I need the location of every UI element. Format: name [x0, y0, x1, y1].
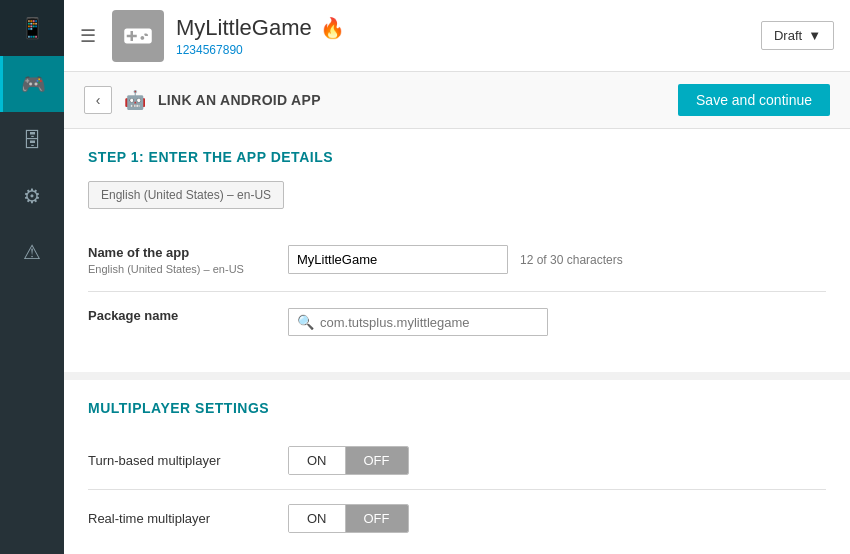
link-bar: ‹ 🤖 LINK AN ANDROID APP Save and continu…	[64, 72, 850, 129]
game-title: MyLittleGame	[176, 15, 312, 41]
draft-label: Draft	[774, 28, 802, 43]
package-name-input[interactable]	[320, 315, 539, 330]
form-area: STEP 1: ENTER THE APP DETAILS English (U…	[64, 129, 850, 372]
sidebar-item-games[interactable]: 🎮	[0, 56, 64, 112]
realtime-off-button[interactable]: OFF	[346, 505, 408, 532]
sidebar-item-android[interactable]: 📱	[0, 0, 64, 56]
search-icon: 🔍	[297, 314, 314, 330]
realtime-on-button[interactable]: ON	[289, 505, 346, 532]
menu-icon[interactable]: ☰	[80, 25, 96, 47]
lang-code: – en-US	[227, 188, 271, 202]
turn-based-label: Turn-based multiplayer	[88, 453, 288, 468]
lang-label: English (United States)	[101, 188, 224, 202]
turn-based-toggle: ON OFF	[288, 446, 409, 475]
app-name-input[interactable]	[288, 245, 508, 274]
games-nav-icon: 🎮	[21, 72, 46, 96]
sidebar-item-alert[interactable]: ⚠	[0, 224, 64, 280]
package-name-control: 🔍	[288, 308, 826, 336]
android-icon: 🤖	[124, 89, 146, 111]
content-area: ‹ 🤖 LINK AN ANDROID APP Save and continu…	[64, 72, 850, 554]
language-button[interactable]: English (United States) – en-US	[88, 181, 284, 209]
realtime-label: Real-time multiplayer	[88, 511, 288, 526]
database-nav-icon: 🗄	[22, 129, 42, 152]
draft-arrow: ▼	[808, 28, 821, 43]
multiplayer-title: MULTIPLAYER SETTINGS	[88, 400, 826, 416]
package-name-row: Package name 🔍	[88, 292, 826, 352]
realtime-row: Real-time multiplayer ON OFF	[88, 490, 826, 547]
game-title-row: MyLittleGame 🔥	[176, 15, 761, 41]
app-name-label-group: Name of the app English (United States) …	[88, 245, 288, 275]
save-continue-button[interactable]: Save and continue	[678, 84, 830, 116]
android-nav-icon: 📱	[20, 16, 45, 40]
link-title: LINK AN ANDROID APP	[158, 92, 666, 108]
sidebar: 📱 🎮 🗄 ⚙ ⚠	[0, 0, 64, 554]
sidebar-item-settings[interactable]: ⚙	[0, 168, 64, 224]
package-name-label-group: Package name	[88, 308, 288, 323]
app-name-row: Name of the app English (United States) …	[88, 229, 826, 292]
turn-based-row: Turn-based multiplayer ON OFF	[88, 432, 826, 490]
alert-nav-icon: ⚠	[23, 240, 41, 264]
step-title: STEP 1: ENTER THE APP DETAILS	[88, 149, 826, 165]
turn-based-off-button[interactable]: OFF	[346, 447, 408, 474]
multiplayer-section: MULTIPLAYER SETTINGS Turn-based multipla…	[64, 380, 850, 554]
realtime-toggle: ON OFF	[288, 504, 409, 533]
main-area: ☰ MyLittleGame 🔥 1234567890 Draft ▼ ‹ 🤖 …	[64, 0, 850, 554]
topbar: ☰ MyLittleGame 🔥 1234567890 Draft ▼	[64, 0, 850, 72]
back-button[interactable]: ‹	[84, 86, 112, 114]
app-name-sublabel: English (United States) – en-US	[88, 263, 288, 275]
game-avatar	[112, 10, 164, 62]
flame-icon: 🔥	[320, 16, 345, 40]
app-name-label: Name of the app	[88, 245, 288, 260]
settings-nav-icon: ⚙	[23, 184, 41, 208]
gamepad-icon	[123, 21, 153, 51]
app-name-control: 12 of 30 characters	[288, 245, 826, 274]
package-search-wrap: 🔍	[288, 308, 548, 336]
topbar-info: MyLittleGame 🔥 1234567890	[176, 15, 761, 57]
turn-based-on-button[interactable]: ON	[289, 447, 346, 474]
sidebar-item-database[interactable]: 🗄	[0, 112, 64, 168]
char-count: 12 of 30 characters	[520, 253, 623, 267]
package-name-label: Package name	[88, 308, 288, 323]
draft-button[interactable]: Draft ▼	[761, 21, 834, 50]
game-id: 1234567890	[176, 43, 761, 57]
